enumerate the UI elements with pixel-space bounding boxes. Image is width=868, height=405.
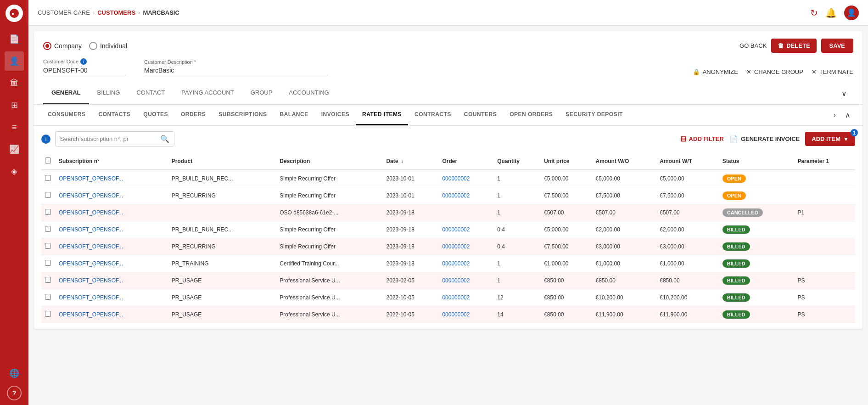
subscription-link[interactable]: OPENSOFT_OPENSOF... [59,294,123,301]
breadcrumb-part2[interactable]: CUSTOMERS [97,9,135,16]
add-item-button[interactable]: ADD ITEM ▼ 1 [805,132,855,146]
tab-security-deposit[interactable]: SECURITY DEPOSIT [559,105,629,125]
generate-invoice-button[interactable]: 📄 GENERATE INVOICE [729,135,800,143]
row-checkbox[interactable] [45,311,51,317]
subscription-link[interactable]: OPENSOFT_OPENSOF... [59,192,123,199]
tab-invoices[interactable]: INVOICES [315,105,356,125]
row-checkbox-cell[interactable] [41,221,55,238]
row-checkbox[interactable] [45,209,51,215]
delete-button[interactable]: 🗑 DELETE [771,39,816,53]
tab-group[interactable]: GROUP [242,83,281,104]
tab-billing[interactable]: BILLING [89,83,129,104]
col-header-parameter1[interactable]: Parameter 1 [794,153,855,170]
row-checkbox[interactable] [45,226,51,232]
go-back-button[interactable]: GO BACK [739,42,767,49]
col-header-unit-price[interactable]: Unit price [540,153,592,170]
tab-contacts[interactable]: CONTACTS [92,105,137,125]
col-header-date[interactable]: Date ↓ [382,153,438,170]
person-icon[interactable]: 👤 [5,51,24,71]
document-icon[interactable]: 📄 [5,29,24,49]
customer-description-field[interactable]: Customer Description * MarcBasic [144,59,328,75]
tab-open-orders[interactable]: OPEN ORDERS [503,105,559,125]
help-icon[interactable]: ? [7,386,22,400]
col-header-subscription[interactable]: Subscription n° [55,153,168,170]
order-link[interactable]: 000000002 [442,311,470,318]
list-icon[interactable]: ≡ [5,118,24,137]
row-checkbox[interactable] [45,192,51,198]
col-header-amount-wt[interactable]: Amount W/T [656,153,719,170]
terminate-button[interactable]: ✕ TERMINATE [812,68,853,75]
select-all-checkbox[interactable] [45,158,51,163]
building-icon[interactable]: 🏛 [5,73,24,93]
row-checkbox[interactable] [45,175,51,181]
app-logo[interactable]: ● [6,5,23,22]
row-checkbox-cell[interactable] [41,272,55,289]
subscription-link[interactable]: OPENSOFT_OPENSOF... [59,175,123,182]
col-header-status[interactable]: Status [719,153,794,170]
tab-accounting[interactable]: ACCOUNTING [280,83,337,104]
search-box[interactable]: 🔍 [55,131,174,146]
col-header-product[interactable]: Product [168,153,276,170]
anonymize-button[interactable]: 🔒 ANONYMIZE [693,68,738,75]
tab-balance[interactable]: BALANCE [274,105,315,125]
tab-subscriptions[interactable]: SUBSCRIPTIONS [212,105,273,125]
row-checkbox-cell[interactable] [41,170,55,187]
subscription-link[interactable]: OPENSOFT_OPENSOF... [59,226,123,233]
individual-radio[interactable]: Individual [89,42,127,50]
more-tabs-button[interactable]: › [829,106,840,124]
customer-description-value[interactable]: MarcBasic [144,67,328,75]
tab-counters[interactable]: COUNTERS [458,105,503,125]
row-checkbox[interactable] [45,260,51,266]
tab-contracts[interactable]: CONTRACTS [408,105,458,125]
search-input[interactable] [60,135,157,142]
order-link[interactable]: 000000002 [442,192,470,199]
tab-rated-items[interactable]: RATED ITEMS [356,105,408,125]
row-date: 2023-09-18 [382,255,438,272]
add-filter-button[interactable]: ⊟ ADD FILTER [680,135,724,143]
breadcrumb-part1[interactable]: CUSTOMER CARE [38,9,90,16]
refresh-icon[interactable]: ↻ [810,7,818,18]
chart-icon[interactable]: 📈 [5,140,24,159]
subscription-link[interactable]: OPENSOFT_OPENSOF... [59,277,123,284]
collapse-main-card-icon[interactable]: ∨ [835,83,853,104]
order-link[interactable]: 000000002 [442,226,470,233]
layers-icon[interactable]: ◈ [5,162,24,181]
order-link[interactable]: 000000002 [442,243,470,250]
order-link[interactable]: 000000002 [442,294,470,301]
tab-contact[interactable]: CONTACT [128,83,173,104]
col-header-amount-wo[interactable]: Amount W/O [592,153,656,170]
save-button[interactable]: SAVE [821,39,853,53]
row-checkbox[interactable] [45,277,51,283]
grid-icon[interactable]: ⊞ [5,96,24,115]
row-checkbox-cell[interactable] [41,238,55,255]
row-checkbox[interactable] [45,243,51,249]
order-link[interactable]: 000000002 [442,260,470,267]
row-checkbox-cell[interactable] [41,289,55,306]
row-checkbox-cell[interactable] [41,187,55,204]
subscription-link[interactable]: OPENSOFT_OPENSOF... [59,260,123,267]
notifications-icon[interactable]: 🔔 [825,7,837,18]
change-group-button[interactable]: ✕ CHANGE GROUP [746,68,803,75]
order-link[interactable]: 000000002 [442,277,470,284]
row-checkbox-cell[interactable] [41,306,55,323]
subscription-link[interactable]: OPENSOFT_OPENSOF... [59,311,123,318]
company-radio[interactable]: Company [43,42,82,50]
tab-quotes[interactable]: QUOTES [137,105,174,125]
order-link[interactable]: 000000002 [442,175,470,182]
tab-general[interactable]: GENERAL [43,83,89,104]
user-avatar-icon[interactable]: 👤 [844,6,859,20]
subscription-link[interactable]: OPENSOFT_OPENSOF... [59,243,123,250]
col-header-quantity[interactable]: Quantity [493,153,540,170]
subscription-link[interactable]: OPENSOFT_OPENSOF... [59,209,123,216]
tab-paying-account[interactable]: PAYING ACCOUNT [173,83,242,104]
col-select-all[interactable] [41,153,55,170]
tab-consumers[interactable]: CONSUMERS [41,105,92,125]
tab-orders[interactable]: ORDERS [174,105,212,125]
row-checkbox-cell[interactable] [41,255,55,272]
row-checkbox[interactable] [45,294,51,300]
collapse-secondary-card-icon[interactable]: ∧ [840,106,855,124]
globe-icon[interactable]: 🌐 [5,364,24,383]
col-header-order[interactable]: Order [438,153,493,170]
row-checkbox-cell[interactable] [41,204,55,221]
col-header-description[interactable]: Description [276,153,382,170]
